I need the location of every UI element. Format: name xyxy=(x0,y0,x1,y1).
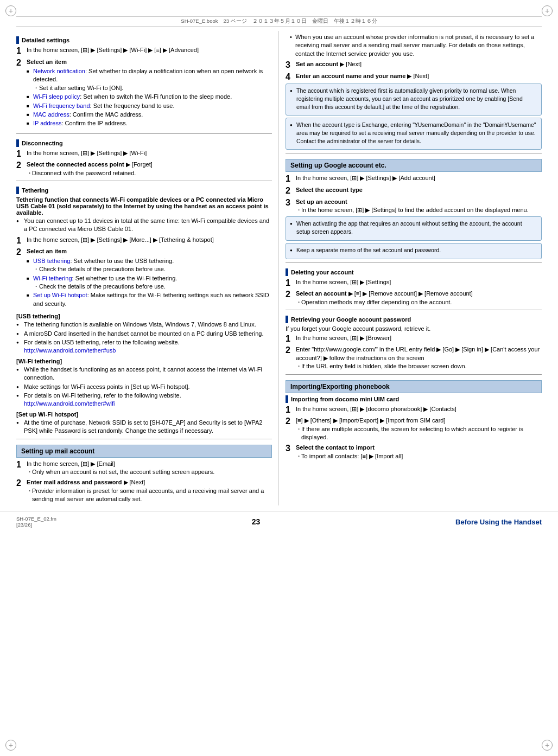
blue-bar-icon xyxy=(286,268,288,276)
list-item: USB tethering: Set whether to use the US… xyxy=(27,257,272,274)
info-text: The account which is registered first is… xyxy=(290,87,537,111)
step-content: Select the connected access point ▶ [For… xyxy=(27,161,272,177)
usb-tethering-list: The tethering function is available on W… xyxy=(16,321,272,355)
step-num: 2 xyxy=(16,247,24,257)
info-text: When the account type is Exchange, enter… xyxy=(290,121,537,145)
step-num: 4 xyxy=(286,72,293,82)
step-content: In the home screen, [⊞] ▶ [Browser] xyxy=(296,334,542,342)
list-item: Network notification: Set whether to dis… xyxy=(27,67,272,92)
list-item: IP address: Confirm the IP address. xyxy=(27,119,272,127)
step-content: In the home screen, [⊞] ▶ [docomo phoneb… xyxy=(296,405,542,413)
step-text: In the home screen, [⊞] ▶ [Browser] xyxy=(296,334,542,342)
step-num: 2 xyxy=(286,345,293,355)
step-2-detailed: 2 Select an item Network notification: S… xyxy=(16,58,272,130)
usb-tethering-heading: [USB tethering] xyxy=(16,313,272,319)
retrieving-password-title: Retrieving your Google account password xyxy=(291,316,411,323)
info-box-3: When activating the app that requires an… xyxy=(286,216,542,240)
blue-bar-icon xyxy=(286,395,288,403)
wifi-tethering-heading: [Wi-Fi tethering] xyxy=(16,358,272,364)
blue-bar-icon xyxy=(16,139,19,147)
step-content: Enter mail address and password ▶ [Next]… xyxy=(27,478,272,503)
step-num: 3 xyxy=(286,60,293,70)
blue-bar-icon xyxy=(16,187,19,194)
detailed-settings-heading: Detailed settings xyxy=(16,36,272,44)
list-item: Set up Wi-Fi hotspot: Make settings for … xyxy=(27,291,272,308)
step-2-google: 2 Select the account type xyxy=(286,186,542,196)
step-content: [≡] ▶ [Others] ▶ [Import/Export] ▶ [Impo… xyxy=(296,417,542,441)
step-1-detailed: 1 In the home screen, [⊞] ▶ [Settings] ▶… xyxy=(16,46,272,56)
step-content: In the home screen, [⊞] ▶ [Settings] ▶ [… xyxy=(27,46,272,54)
step-2-import: 2 [≡] ▶ [Others] ▶ [Import/Export] ▶ [Im… xyxy=(286,417,542,441)
step-2-disconnect: 2 Select the connected access point ▶ [F… xyxy=(16,161,272,177)
step-num: 2 xyxy=(16,58,24,68)
step-text: In the home screen, [⊞] ▶ [Email] xyxy=(27,460,272,468)
step-1-import: 1 In the home screen, [⊞] ▶ [docomo phon… xyxy=(286,405,542,415)
list-item: You can connect up to 11 devices in tota… xyxy=(16,217,272,234)
step-content: Set an account ▶ [Next] xyxy=(296,60,542,68)
page-outer: SH-07E_E.book 23 ページ ２０１３年５月１０日 金曜日 午後１２… xyxy=(0,0,558,756)
wifi-tethering-list: While the handset is functioning as an a… xyxy=(16,366,272,408)
info-box-1: The account which is registered first is… xyxy=(286,84,542,116)
footer-left: SH-07E_E_02.fm [23/26] xyxy=(16,516,56,528)
disconnecting-title: Disconnecting xyxy=(22,140,63,146)
step-text: In the home screen, [⊞] ▶ [docomo phoneb… xyxy=(296,405,542,413)
divider xyxy=(16,133,272,134)
step-text: Enter an account name and your name ▶ [N… xyxy=(296,72,542,80)
page-footer: SH-07E_E_02.fm [23/26] 23 Before Using t… xyxy=(0,511,558,530)
step-num: 3 xyxy=(286,198,293,208)
step-text: Select the account type xyxy=(296,186,542,194)
step-2-retrieve: 2 Enter "http://www.google.com/" in the … xyxy=(286,345,542,370)
info-text: When activating the app that requires an… xyxy=(290,220,537,235)
mail-dot-list: When you use an account whose provider i… xyxy=(290,33,542,58)
mail-account-section-heading: Setting up mail account xyxy=(16,445,272,458)
step-1-delete: 1 In the home screen, [⊞] ▶ [Settings] xyxy=(286,278,542,288)
header-text: SH-07E_E.book 23 ページ ２０１３年５月１０日 金曜日 午後１２… xyxy=(181,18,377,24)
step-text: In the home screen, [⊞] ▶ [Settings] xyxy=(296,278,542,286)
google-account-section-heading: Setting up Google account etc. xyxy=(286,159,542,172)
sub-item: In the home screen, [⊞] ▶ [Settings] to … xyxy=(296,206,542,214)
blue-bar-icon xyxy=(286,316,288,323)
divider xyxy=(16,181,272,181)
step-num: 1 xyxy=(286,278,293,288)
list-item: A microSD Card inserted in the handset c… xyxy=(16,330,272,338)
step-1-retrieve: 1 In the home screen, [⊞] ▶ [Browser] xyxy=(286,334,542,344)
corner-tr-marker xyxy=(542,5,553,16)
sub-item: Provider information is preset for some … xyxy=(27,487,272,504)
step-num: 1 xyxy=(286,334,293,344)
list-item: For details on USB tethering, refer to t… xyxy=(16,338,272,355)
step-content: Select an item Network notification: Set… xyxy=(27,58,272,130)
main-content: Detailed settings 1 In the home screen, … xyxy=(0,31,558,505)
step-content: Select an account ▶ [≡] ▶ [Remove accoun… xyxy=(296,290,542,306)
header-bar: SH-07E_E.book 23 ページ ２０１３年５月１０日 金曜日 午後１２… xyxy=(16,16,542,27)
step-content: In the home screen, [⊞] ▶ [Settings] ▶ [… xyxy=(296,174,542,182)
step-3-mail: 3 Set an account ▶ [Next] xyxy=(286,60,542,70)
step-content: In the home screen, [⊞] ▶ [Settings] xyxy=(296,278,542,286)
info-box-2: When the account type is Exchange, enter… xyxy=(286,118,542,150)
deleting-account-heading: Deleting your account xyxy=(286,268,542,276)
step-content: Set up an account In the home screen, [⊞… xyxy=(296,198,542,215)
importing-docomo-heading: Importing from docomo mini UIM card xyxy=(286,395,542,403)
footer-section-title: Before Using the Handset xyxy=(455,518,542,526)
step-3-import: 3 Select the contact to import To import… xyxy=(286,444,542,460)
info-text: Keep a separate memo of the set account … xyxy=(290,246,537,254)
step-num: 1 xyxy=(16,460,24,470)
step-content: In the home screen, [⊞] ▶ [Settings] ▶ [… xyxy=(27,149,272,157)
divider xyxy=(286,262,542,263)
import-export-section-heading: Importing/Exporting phonebook xyxy=(286,380,542,393)
step-text: Set an account ▶ [Next] xyxy=(296,60,542,68)
list-item: The tethering function is available on W… xyxy=(16,321,272,329)
tethering-circle-list: You can connect up to 11 devices in tota… xyxy=(16,217,272,234)
list-item: Make settings for Wi-Fi access points in… xyxy=(16,383,272,391)
step-content: In the home screen, [⊞] ▶ [Settings] ▶ [… xyxy=(27,236,272,244)
step-num: 2 xyxy=(286,290,293,299)
retrieving-intro: If you forget your Google account passwo… xyxy=(286,325,542,332)
step-num: 1 xyxy=(16,149,24,159)
step-num: 2 xyxy=(16,161,24,170)
sub-item: Operation methods may differ depending o… xyxy=(296,298,542,306)
setup-hotspot-list: At the time of purchase, Network SSID is… xyxy=(16,419,272,435)
step-text: Select the contact to import xyxy=(296,444,542,452)
step-content: Enter an account name and your name ▶ [N… xyxy=(296,72,542,80)
sub-item: If the URL entry field is hidden, slide … xyxy=(296,362,542,370)
step-2-tethering: 2 Select an item USB tethering: Set whet… xyxy=(16,247,272,310)
info-box-4: Keep a separate memo of the set account … xyxy=(286,243,542,259)
